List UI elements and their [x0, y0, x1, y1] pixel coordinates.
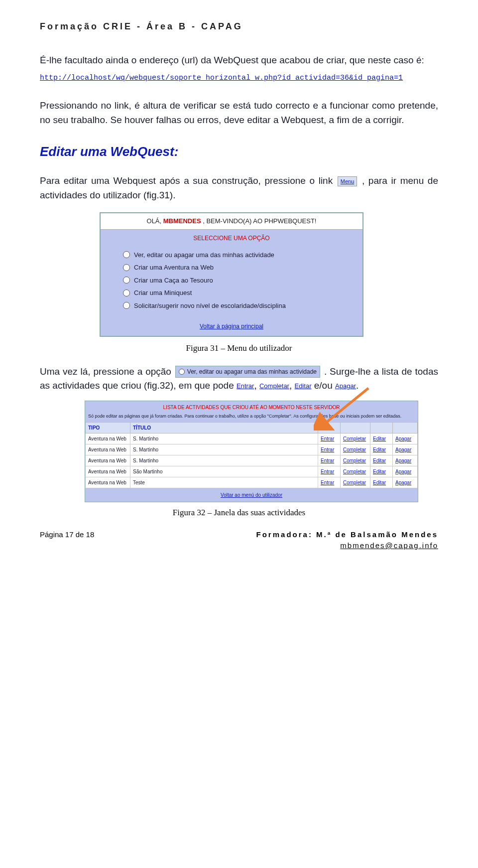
action-link-editar[interactable]: Editar	[370, 434, 393, 444]
cell-titulo: S. Martinho	[130, 434, 318, 444]
trainer-email[interactable]: mbmendes@capag.info	[256, 540, 438, 552]
col-empty	[318, 423, 341, 434]
completar-link-chip[interactable]: Completar	[259, 382, 289, 390]
option-chip-label: Ver, editar ou apagar uma das minhas act…	[187, 367, 317, 376]
action-link-editar[interactable]: Editar	[370, 455, 393, 466]
action-link-entrar[interactable]: Entrar	[318, 466, 341, 477]
apagar-link-chip[interactable]: Apagar	[335, 382, 356, 390]
fig31-option-row[interactable]: Criar uma Miniquest	[123, 287, 358, 299]
table-row: Aventura na WebTesteEntrarCompletarEdita…	[86, 477, 418, 488]
action-link-apagar[interactable]: Apagar	[393, 455, 418, 466]
fig31-back-link[interactable]: Voltar à página principal	[101, 317, 362, 336]
fig32-screenshot: LISTA DE ACTIVIDADES QUE CRIOU ATÉ AO MO…	[85, 401, 418, 503]
greet-post: , BEM-VINDO(A) AO PHPWEBQUEST!	[201, 217, 317, 225]
paragraph-verify: Pressionando no link, é altura de verifi…	[40, 99, 438, 127]
action-link-entrar[interactable]: Entrar	[318, 455, 341, 466]
action-link-entrar[interactable]: Entrar	[318, 477, 341, 488]
col-titulo: TÍTULO	[130, 423, 318, 434]
fig32-caption: Figura 32 – Janela das suas actividades	[40, 506, 438, 519]
table-row: Aventura na WebS. MartinhoEntrarCompleta…	[86, 444, 418, 455]
col-empty	[341, 423, 370, 434]
action-link-apagar[interactable]: Apagar	[393, 434, 418, 444]
action-link-entrar[interactable]: Entrar	[318, 434, 341, 444]
paragraph-intro: É-lhe facultado ainda o endereço (url) d…	[40, 53, 438, 68]
trainer-label: Formadora: M.ª de Balsamão Mendes	[256, 529, 438, 541]
col-empty	[370, 423, 393, 434]
cell-tipo: Aventura na Web	[86, 444, 130, 455]
action-link-apagar[interactable]: Apagar	[393, 466, 418, 477]
option-label: Solicitar/sugerir novo nível de escolari…	[134, 301, 286, 311]
action-link-apagar[interactable]: Apagar	[393, 477, 418, 488]
cell-titulo: S. Martinho	[130, 444, 318, 455]
fig32-back-link[interactable]: Voltar ao menú do utilizador	[85, 488, 418, 502]
fig31-option-row[interactable]: Ver, editar ou apagar uma das minhas act…	[123, 249, 358, 262]
action-link-completar[interactable]: Completar	[341, 455, 370, 466]
action-link-entrar[interactable]: Entrar	[318, 444, 341, 455]
cell-titulo: São Martinho	[130, 466, 318, 477]
fig31-option-row[interactable]: Solicitar/sugerir novo nível de escolari…	[123, 299, 358, 312]
cell-tipo: Aventura na Web	[86, 455, 130, 466]
paragraph-menu: Para editar uma Webquest após a sua cons…	[40, 174, 438, 202]
action-link-editar[interactable]: Editar	[370, 477, 393, 488]
text: Uma vez lá, pressione a opção	[40, 366, 174, 377]
action-link-editar[interactable]: Editar	[370, 444, 393, 455]
fig31-option-row[interactable]: Criar uma Aventura na Web	[123, 261, 358, 274]
radio-icon	[123, 277, 130, 284]
action-link-apagar[interactable]: Apagar	[393, 444, 418, 455]
text: e/ou	[314, 380, 335, 391]
option-label: Criar uma Miniquest	[134, 288, 192, 298]
table-row: Aventura na WebS. MartinhoEntrarCompleta…	[86, 434, 418, 444]
table-row: Aventura na WebS. MartinhoEntrarCompleta…	[86, 455, 418, 466]
col-tipo: TIPO	[86, 423, 130, 434]
page-number: Página 17 de 18	[40, 529, 94, 552]
text: Para editar uma Webquest após a sua cons…	[40, 175, 337, 186]
col-empty	[393, 423, 418, 434]
action-link-completar[interactable]: Completar	[341, 434, 370, 444]
paragraph-option: Uma vez lá, pressione a opção Ver, edita…	[40, 365, 438, 393]
option-label: Criar uma Aventura na Web	[134, 263, 214, 273]
option-chip-ver-editar[interactable]: Ver, editar ou apagar uma das minhas act…	[175, 366, 320, 378]
entrar-link-chip[interactable]: Entrar	[237, 382, 254, 390]
doc-header: Formação CRIE - Área B - CAPAG	[40, 20, 438, 33]
editar-link-chip[interactable]: Editar	[295, 382, 312, 390]
radio-icon	[123, 251, 130, 258]
radio-icon	[123, 289, 130, 296]
radio-icon	[179, 369, 185, 375]
action-link-completar[interactable]: Completar	[341, 466, 370, 477]
menu-link-chip[interactable]: Menu	[338, 176, 358, 187]
page-footer: Página 17 de 18 Formadora: M.ª de Balsam…	[40, 529, 438, 552]
fig31-option-row[interactable]: Criar uma Caça ao Tesouro	[123, 274, 358, 287]
fig31-screenshot: OLÁ, MBMENDES , BEM-VINDO(A) AO PHPWEBQU…	[100, 212, 363, 337]
cell-tipo: Aventura na Web	[86, 477, 130, 488]
cell-titulo: S. Martinho	[130, 455, 318, 466]
option-label: Ver, editar ou apagar uma das minhas act…	[134, 250, 274, 260]
fig32-title: LISTA DE ACTIVIDADES QUE CRIOU ATÉ AO MO…	[85, 401, 418, 413]
table-row: Aventura na WebSão MartinhoEntrarComplet…	[86, 466, 418, 477]
url-example[interactable]: http://localhost/wq/webquest/soporte_hor…	[40, 73, 438, 84]
fig31-caption: Figura 31 – Menu do utilizador	[40, 342, 438, 355]
action-link-completar[interactable]: Completar	[341, 477, 370, 488]
section-heading-edit: Editar uma WebQuest:	[40, 142, 438, 161]
radio-icon	[123, 302, 130, 309]
action-link-editar[interactable]: Editar	[370, 466, 393, 477]
fig32-activities-table: TIPO TÍTULO Aventura na WebS. MartinhoEn…	[85, 422, 418, 488]
cell-tipo: Aventura na Web	[86, 466, 130, 477]
cell-titulo: Teste	[130, 477, 318, 488]
fig32-note: Só pode editar as páginas que já foram c…	[85, 413, 418, 423]
fig31-subtitle: SELECCIONE UMA OPÇÃO	[101, 230, 362, 249]
option-label: Criar uma Caça ao Tesouro	[134, 276, 213, 286]
cell-tipo: Aventura na Web	[86, 434, 130, 444]
action-link-completar[interactable]: Completar	[341, 444, 370, 455]
greet-pre: OLÁ,	[147, 217, 163, 225]
greet-username: MBMENDES	[163, 217, 201, 225]
fig31-greeting: OLÁ, MBMENDES , BEM-VINDO(A) AO PHPWEBQU…	[101, 213, 362, 230]
radio-icon	[123, 264, 130, 271]
